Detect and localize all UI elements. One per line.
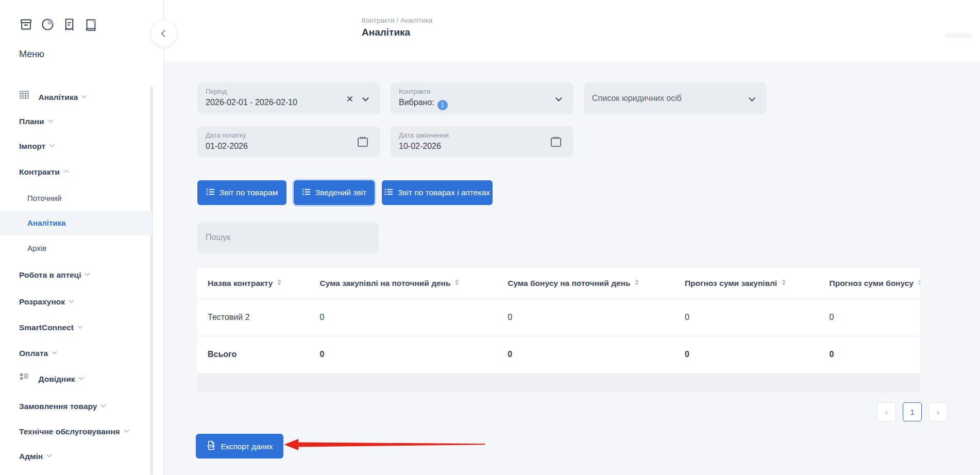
table-row: Тестовий 2 0 0 0 0 — [197, 299, 920, 336]
chevron-down-icon[interactable] — [555, 95, 562, 101]
pie-chart-icon[interactable] — [40, 17, 55, 32]
pagination-page-1[interactable]: 1 — [903, 402, 922, 421]
bullet-list-icon — [384, 188, 393, 198]
sidebar-item-reference[interactable]: Довідник — [0, 369, 153, 388]
bullet-list-icon — [302, 188, 311, 198]
sidebar-shortcut-icons — [19, 17, 98, 32]
contracts-value: Вибрано:1 — [399, 98, 448, 110]
col-bonus-sum[interactable]: Сума бонусу на поточний день — [497, 268, 674, 299]
annotation-arrow — [283, 436, 486, 453]
date-end-field[interactable]: Дата закінчення 10-02-2026 — [391, 126, 573, 157]
date-start-label: Дата початку — [206, 131, 246, 139]
sidebar-item-maintenance[interactable]: Технічне обслуговування — [0, 422, 153, 440]
xlsx-file-icon — [206, 440, 216, 452]
book-icon[interactable] — [83, 17, 98, 32]
grid-icon — [19, 88, 29, 107]
date-end-value: 10-02-2026 — [399, 142, 441, 151]
sidebar-item-contracts[interactable]: Контракти — [0, 162, 153, 181]
sidebar-item-analytics[interactable]: Аналітика — [0, 88, 153, 106]
contracts-filter[interactable]: Контракти Вибрано:1 — [391, 82, 573, 114]
chevron-down-icon[interactable] — [362, 95, 369, 101]
date-end-label: Дата закінчення — [399, 131, 449, 139]
sidebar-subitem-archive[interactable]: Архів — [0, 236, 153, 261]
clear-icon[interactable]: ✕ — [346, 94, 353, 105]
document-icon[interactable] — [62, 17, 77, 32]
sidebar-item-calculation[interactable]: Розрахунок — [0, 292, 153, 311]
sort-icon — [277, 279, 281, 285]
sort-icon — [918, 279, 920, 285]
col-purchase-sum[interactable]: Сума закупівлі на поточний день — [309, 268, 497, 299]
sidebar-item-pharmacy-work[interactable]: Робота в аптеці — [0, 265, 153, 284]
pagination-next-button[interactable]: › — [928, 402, 948, 421]
export-data-button[interactable]: Експорт даних — [196, 434, 283, 459]
bullet-list-icon — [206, 188, 215, 198]
table-total-row: Всього 0 0 0 0 — [197, 336, 920, 373]
top-header: Контракти / Аналітика Аналітика — [164, 0, 980, 61]
chevron-down-icon — [79, 375, 84, 380]
archive-icon[interactable] — [19, 17, 33, 32]
report-by-goods-button[interactable]: Звіт по товарам — [197, 180, 286, 205]
sidebar-item-goods-order[interactable]: Замовлення товару — [0, 397, 153, 415]
chevron-up-icon — [63, 170, 69, 175]
page-title: Аналітика — [362, 27, 410, 38]
list-icon — [19, 370, 29, 388]
period-value: 2026-02-01 - 2026-02-10 — [206, 98, 297, 107]
chevron-down-icon — [48, 117, 53, 123]
breadcrumb: Контракти / Аналітика — [362, 16, 432, 24]
selected-count-badge: 1 — [437, 100, 448, 110]
calendar-icon[interactable] — [357, 135, 369, 150]
date-start-field[interactable]: Дата початку 01-02-2026 — [197, 126, 380, 157]
summary-report-button[interactable]: Зведений звіт — [294, 180, 375, 205]
chevron-down-icon — [77, 324, 82, 329]
sidebar-item-import[interactable]: Імпорт — [0, 137, 153, 155]
sidebar-subitem-current[interactable]: Поточний — [0, 186, 153, 211]
chevron-down-icon — [69, 298, 74, 303]
calendar-icon[interactable] — [550, 135, 562, 150]
chevron-down-icon — [124, 428, 129, 433]
chevron-down-icon — [82, 93, 87, 98]
period-label: Період — [206, 88, 227, 95]
table-footer-strip — [197, 373, 920, 393]
sidebar-subitem-analytics-active[interactable]: Аналітика — [0, 211, 153, 235]
date-start-value: 01-02-2026 — [206, 142, 248, 151]
contracts-label: Контракти — [399, 88, 430, 95]
chevron-down-icon — [101, 402, 106, 408]
legal-entities-label: Список юридичних осіб — [592, 82, 682, 114]
chevron-left-icon — [161, 30, 168, 37]
chevron-down-icon — [47, 452, 52, 457]
col-bonus-forecast[interactable]: Прогноз суми бонусу — [819, 268, 920, 299]
sidebar-item-payment[interactable]: Оплата — [0, 344, 153, 362]
period-filter[interactable]: Період 2026-02-01 - 2026-02-10 ✕ — [197, 82, 380, 114]
search-input[interactable] — [197, 222, 379, 253]
col-purchase-forecast[interactable]: Прогноз суми закупівлі — [674, 268, 819, 299]
sidebar-collapse-button[interactable] — [150, 20, 177, 47]
sidebar-item-smartconnect[interactable]: SmartConnect — [0, 318, 153, 336]
report-goods-pharmacies-button[interactable]: Звіт по товарах і аптеках — [382, 180, 493, 205]
sidebar-item-plans[interactable]: Плани — [0, 112, 153, 130]
menu-title: Меню — [19, 49, 44, 60]
sidebar: Меню Аналітика Плани Імпорт Контракти По… — [0, 0, 164, 475]
table-header-row: Назва контракту Сума закупівлі на поточн… — [197, 268, 920, 299]
sort-icon — [455, 279, 459, 285]
user-info-redacted — [945, 33, 971, 38]
sidebar-item-admin[interactable]: Адмін — [0, 447, 153, 465]
col-contract-name[interactable]: Назва контракту — [197, 268, 309, 299]
legal-entities-filter[interactable]: Список юридичних осіб — [584, 82, 767, 114]
app-root: Меню Аналітика Плани Імпорт Контракти По… — [0, 0, 980, 475]
chevron-down-icon — [52, 349, 57, 354]
chevron-down-icon — [85, 271, 90, 276]
chevron-down-icon — [49, 142, 55, 147]
sort-icon — [782, 279, 786, 285]
sort-icon — [635, 279, 639, 285]
contracts-table: Назва контракту Сума закупівлі на поточн… — [197, 268, 920, 393]
chevron-down-icon[interactable] — [749, 95, 755, 101]
pagination-prev-button[interactable]: ‹ — [877, 402, 896, 421]
